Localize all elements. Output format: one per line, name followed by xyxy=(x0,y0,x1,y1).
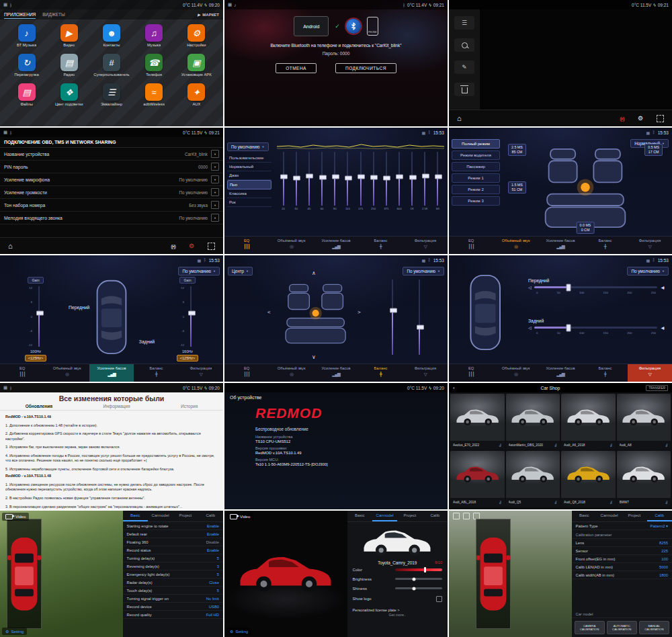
listening-mode-button[interactable]: Режим 1 xyxy=(452,173,500,183)
download-icon[interactable]: ⇩ xyxy=(665,500,668,505)
calibration-row[interactable]: Front offset(EG in mm) 100 xyxy=(572,555,672,563)
listening-mode-button[interactable]: Режим 2 xyxy=(452,185,500,194)
app-shortcut[interactable]: ♪ БТ Музыка xyxy=(5,24,48,47)
slider-thumb[interactable] xyxy=(390,308,397,313)
slider-thumb[interactable] xyxy=(358,175,365,179)
audio-tab[interactable]: Объёмный звук ◎ xyxy=(269,364,313,382)
app-shortcut[interactable]: ♫ Музыка xyxy=(133,24,175,47)
audio-tab[interactable]: EQ ┃┃┃ xyxy=(224,364,269,382)
preset-item[interactable]: Джаз xyxy=(227,171,271,180)
default-selector[interactable]: По умолчанию▼ xyxy=(627,267,669,275)
settings-row[interactable]: Default rear Enable xyxy=(123,530,223,538)
broadcast-icon[interactable]: ((•)) xyxy=(620,116,624,121)
car-card[interactable]: Audi_A8 ⇩ xyxy=(617,394,671,450)
audio-tab[interactable]: Усиление басов ▂▄▆ xyxy=(314,364,358,382)
eq-band-slider[interactable] xyxy=(277,152,290,206)
video-button[interactable]: Video xyxy=(2,513,29,521)
calibration-row[interactable]: Calib width(AB in mm) 1800 xyxy=(572,571,672,579)
audio-tab[interactable]: Усиление басов ▂▄▆ xyxy=(538,364,583,382)
gear-icon[interactable]: ⚙ xyxy=(189,243,194,249)
settings-row[interactable]: Turning signal trigger on No limit xyxy=(123,595,223,603)
dropdown-icon[interactable]: ▼ xyxy=(211,175,219,183)
balance-position-selector[interactable]: Центр▼ xyxy=(228,267,253,275)
settings-row[interactable]: Radar delay(s) Close xyxy=(123,579,223,587)
slider-thumb[interactable] xyxy=(566,324,571,331)
home-icon[interactable]: ⌂ xyxy=(457,114,462,122)
download-icon[interactable]: ⇩ xyxy=(609,500,612,505)
license-plate-link[interactable]: Personalized license plate > xyxy=(347,605,448,613)
app-shortcut[interactable]: # Суперпользователь xyxy=(90,54,132,77)
eq-band-slider[interactable] xyxy=(290,152,302,206)
audio-tab[interactable]: Баланс ╋ xyxy=(358,237,403,254)
rear-frequency-button[interactable]: <125Hz> xyxy=(177,355,198,362)
app-shortcut[interactable]: ↻ Перезагрузка xyxy=(5,54,48,77)
arrow-up-icon[interactable]: ∧ xyxy=(312,270,316,276)
audio-tab[interactable]: Усиление басов ▂▄▆ xyxy=(314,237,358,254)
audio-tab[interactable]: Баланс ╋ xyxy=(358,364,403,382)
changelog-tab[interactable]: Обновления xyxy=(26,404,52,409)
slider-thumb[interactable] xyxy=(319,175,327,180)
settings-tab[interactable]: Project xyxy=(622,511,646,521)
audio-tab[interactable]: EQ ┃┃┃ xyxy=(224,237,269,254)
shiness-slider[interactable] xyxy=(395,587,442,589)
settings-row[interactable]: PIN пароль 0000 ▼ xyxy=(0,161,223,173)
audio-tab[interactable]: Баланс ╋ xyxy=(134,364,178,382)
app-shortcut[interactable]: ▤ Файлы xyxy=(5,83,48,106)
settings-row[interactable]: Усиление громкости По умолчанию ▼ xyxy=(0,186,223,199)
app-shortcut[interactable]: ☰ Эквалайзер xyxy=(90,83,132,106)
slider-thumb[interactable] xyxy=(383,176,390,181)
settings-row[interactable]: Record quality Full HD xyxy=(123,611,223,619)
audio-tab[interactable]: Объёмный звук ◎ xyxy=(269,237,313,254)
eq-band-slider[interactable] xyxy=(380,152,392,206)
broadcast-icon[interactable]: ((•)) xyxy=(171,244,175,249)
slider-thumb[interactable] xyxy=(306,173,313,178)
car-card[interactable]: Audi_A6_2018 ⇩ xyxy=(561,394,616,450)
settings-row[interactable]: Touch delay(s) 5 xyxy=(123,587,223,595)
app-shortcut[interactable]: ☎ Телефон xyxy=(133,54,175,77)
audio-tab[interactable]: Фильтрация ▽ xyxy=(179,364,223,382)
calibration-button[interactable]: CAMERA CALIBRATION xyxy=(575,621,605,634)
eq-band-slider[interactable] xyxy=(419,152,431,206)
settings-row[interactable]: Тон набора номера Без звука ▼ xyxy=(0,199,223,212)
dropdown-icon[interactable]: ▼ xyxy=(211,201,219,209)
audio-tab[interactable]: Фильтрация ▽ xyxy=(628,364,672,382)
slider-thumb[interactable] xyxy=(280,175,288,179)
app-drawer-icon[interactable] xyxy=(657,115,664,122)
pattern-type-value[interactable]: Pattern2 ▾ xyxy=(650,524,668,528)
view-mode-icon[interactable] xyxy=(463,513,470,519)
rear-gain-slider[interactable] xyxy=(187,286,195,347)
preset-item[interactable]: Пользовательские xyxy=(227,154,271,163)
calibration-row[interactable]: Sensor 225 xyxy=(572,547,672,555)
level-slider[interactable] xyxy=(415,280,423,355)
settings-tab[interactable]: Carmodel xyxy=(148,511,173,521)
playlist-icon[interactable]: ☰ xyxy=(454,16,474,30)
arrow-down-icon[interactable]: ∨ xyxy=(312,354,316,360)
dropdown-icon[interactable]: ▼ xyxy=(211,214,219,222)
eq-band-slider[interactable] xyxy=(329,152,341,206)
slider-thumb[interactable] xyxy=(422,173,429,178)
setting-button[interactable]: ⚙Setting xyxy=(2,628,27,635)
preset-item[interactable]: Классика xyxy=(227,189,271,198)
slider-thumb[interactable] xyxy=(566,284,571,291)
slider-thumb[interactable] xyxy=(409,175,417,180)
dropdown-icon[interactable]: ▼ xyxy=(211,150,219,158)
front-gain-slider[interactable] xyxy=(35,286,43,347)
eq-band-slider[interactable] xyxy=(341,152,354,206)
pattern-type-row[interactable]: Pattern Type Pattern2 ▾ xyxy=(572,522,672,530)
preset-item[interactable]: Поп xyxy=(227,180,271,189)
settings-tab[interactable]: Project xyxy=(397,511,422,521)
gear-icon[interactable]: ⚙ xyxy=(638,115,643,122)
audio-tab[interactable]: Усиление басов ▂▄▆ xyxy=(538,237,583,254)
listening-mode-button[interactable]: Пассажир xyxy=(452,162,500,171)
setting-button[interactable]: ⚙Setting xyxy=(226,628,251,635)
preset-item[interactable]: Нормальный xyxy=(227,163,271,171)
download-icon[interactable]: ⇩ xyxy=(498,443,501,448)
front-filter-slider[interactable] xyxy=(534,286,658,288)
settings-row[interactable]: Усиление микрофона По умолчанию ▼ xyxy=(0,173,223,186)
app-shortcut[interactable]: ▶ Видео xyxy=(48,24,90,47)
app-shortcut[interactable]: ⚙ Настройки xyxy=(175,24,218,47)
download-icon[interactable]: ⇩ xyxy=(609,443,612,448)
settings-row[interactable]: Floating 360 Disable xyxy=(123,538,223,546)
settings-tab[interactable]: Project xyxy=(173,511,198,521)
transfer-button[interactable]: TRANSFER xyxy=(646,385,668,391)
